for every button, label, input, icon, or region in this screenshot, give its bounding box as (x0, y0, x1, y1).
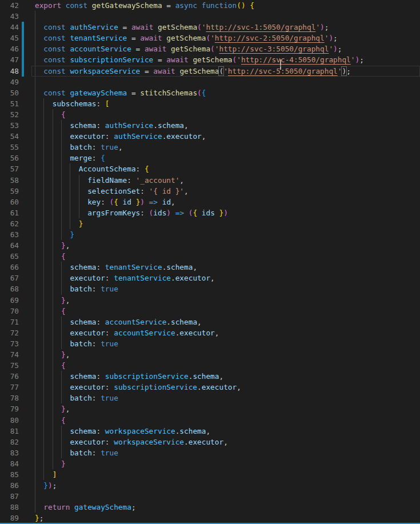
line-number[interactable]: 69 (0, 295, 19, 306)
code-line-43[interactable]: 43 (0, 11, 420, 22)
line-number[interactable]: 63 (0, 229, 19, 240)
code-token: ( (210, 45, 215, 53)
code-line-77[interactable]: 77 executor: subscriptionService.executo… (0, 382, 420, 393)
line-number[interactable]: 75 (0, 360, 19, 371)
line-number[interactable]: 58 (0, 175, 19, 186)
code-line-60[interactable]: 60 key: ({ id }) => id, (0, 197, 420, 207)
code-line-86[interactable]: 86 }); (0, 480, 420, 491)
code-line-52[interactable]: 52 { (0, 109, 420, 120)
line-number[interactable]: 65 (0, 251, 19, 262)
code-line-71[interactable]: 71 schema: accountService.schema, (0, 317, 420, 327)
code-line-57[interactable]: 57 AccountSchema: { (0, 163, 420, 174)
code-line-68[interactable]: 68 batch: true (0, 283, 420, 294)
line-number[interactable]: 64 (0, 240, 19, 251)
line-number[interactable]: 82 (0, 437, 19, 447)
line-number[interactable]: 83 (0, 447, 19, 458)
line-number[interactable]: 66 (0, 262, 19, 273)
line-number[interactable]: 54 (0, 131, 19, 142)
line-number[interactable]: 87 (0, 491, 19, 502)
line-number[interactable]: 68 (0, 283, 19, 294)
code-line-84[interactable]: 84 } (0, 458, 420, 469)
line-number[interactable]: 42 (0, 0, 19, 11)
line-number[interactable]: 76 (0, 371, 19, 382)
code-line-63[interactable]: 63 } (0, 229, 420, 240)
code-line-50[interactable]: 50 const gatewaySchema = stitchSchemas({ (0, 87, 420, 98)
line-number[interactable]: 43 (0, 11, 19, 22)
code-line-55[interactable]: 55 batch: true, (0, 142, 420, 153)
code-line-67[interactable]: 67 executor: tenantService.executor, (0, 273, 420, 283)
code-line-82[interactable]: 82 executor: workspaceService.executor, (0, 437, 420, 447)
code-line-53[interactable]: 53 schema: authService.schema, (0, 120, 420, 131)
line-number[interactable]: 60 (0, 197, 19, 207)
code-line-64[interactable]: 64 }, (0, 240, 420, 251)
line-number[interactable]: 45 (0, 33, 19, 43)
code-line-46[interactable]: 46 const accountService = await getSchem… (0, 43, 420, 54)
line-number[interactable]: 78 (0, 393, 19, 403)
line-number[interactable]: 61 (0, 207, 19, 218)
line-number[interactable]: 49 (0, 77, 19, 87)
line-number[interactable]: 52 (0, 109, 19, 120)
line-number[interactable]: 50 (0, 87, 19, 98)
line-number[interactable]: 71 (0, 317, 19, 327)
line-number[interactable]: 53 (0, 120, 19, 131)
code-line-47[interactable]: 47 const subscriptionService = await get… (0, 54, 420, 65)
code-editor[interactable]: 42export const getGatewaySchema = async … (0, 0, 420, 524)
code-line-66[interactable]: 66 schema: tenantService.schema, (0, 262, 420, 273)
code-line-62[interactable]: 62 } (0, 218, 420, 229)
code-token: : (92, 154, 101, 162)
line-number[interactable]: 55 (0, 142, 19, 153)
line-number[interactable]: 77 (0, 382, 19, 393)
code-line-87[interactable]: 87 (0, 491, 420, 502)
line-number[interactable]: 44 (0, 22, 19, 33)
code-line-83[interactable]: 83 batch: true (0, 447, 420, 458)
line-number[interactable]: 84 (0, 458, 19, 469)
code-line-76[interactable]: 76 schema: subscriptionService.schema, (0, 371, 420, 382)
line-number[interactable]: 86 (0, 480, 19, 491)
code-line-45[interactable]: 45 const tenantService = await getSchema… (0, 33, 420, 43)
code-line-85[interactable]: 85 ] (0, 469, 420, 480)
line-number[interactable]: 70 (0, 306, 19, 317)
code-line-72[interactable]: 72 executor: accountService.executor, (0, 327, 420, 338)
code-line-79[interactable]: 79 }, (0, 403, 420, 414)
code-line-81[interactable]: 81 schema: workspaceService.schema, (0, 426, 420, 437)
line-number[interactable]: 59 (0, 186, 19, 197)
line-number[interactable]: 48 (0, 66, 19, 77)
code-line-49[interactable]: 49 (0, 77, 420, 87)
line-number[interactable]: 79 (0, 403, 19, 414)
code-line-51[interactable]: 51 subschemas: [ (0, 98, 420, 109)
code-line-54[interactable]: 54 executor: authService.executor, (0, 131, 420, 142)
code-line-88[interactable]: 88 return gatewaySchema; (0, 502, 420, 513)
line-number[interactable]: 80 (0, 415, 19, 426)
code-line-58[interactable]: 58 fieldName: '_account', (0, 175, 420, 186)
code-line-42[interactable]: 42export const getGatewaySchema = async … (0, 0, 420, 11)
code-line-78[interactable]: 78 batch: true (0, 393, 420, 403)
code-line-56[interactable]: 56 merge: { (0, 153, 420, 163)
line-number[interactable]: 88 (0, 502, 19, 513)
line-number[interactable]: 57 (0, 163, 19, 174)
code-line-61[interactable]: 61 argsFromKeys: (ids) => ({ ids }) (0, 207, 420, 218)
code-line-74[interactable]: 74 }, (0, 349, 420, 360)
code-token: ; (346, 67, 351, 75)
line-number[interactable]: 72 (0, 327, 19, 338)
code-line-44[interactable]: 44 const authService = await getSchema('… (0, 22, 420, 33)
code-token: executor (189, 438, 223, 446)
code-line-48[interactable]: 48 const workspaceService = await getSch… (0, 66, 420, 77)
code-line-69[interactable]: 69 }, (0, 295, 420, 306)
code-line-75[interactable]: 75 { (0, 360, 420, 371)
code-line-59[interactable]: 59 selectionSet: '{ id }', (0, 186, 420, 197)
code-line-70[interactable]: 70 { (0, 306, 420, 317)
line-number[interactable]: 56 (0, 153, 19, 163)
line-number[interactable]: 74 (0, 349, 19, 360)
line-number[interactable]: 73 (0, 338, 19, 349)
line-number[interactable]: 85 (0, 469, 19, 480)
line-number[interactable]: 47 (0, 54, 19, 65)
code-line-73[interactable]: 73 batch: true (0, 338, 420, 349)
code-line-80[interactable]: 80 { (0, 415, 420, 426)
line-number[interactable]: 46 (0, 43, 19, 54)
code-line-65[interactable]: 65 { (0, 251, 420, 262)
line-number[interactable]: 51 (0, 98, 19, 109)
line-number[interactable]: 81 (0, 426, 19, 437)
line-number[interactable]: 62 (0, 218, 19, 229)
line-number[interactable]: 67 (0, 273, 19, 283)
code-token: http://svc-3:5050/graphql (219, 45, 329, 53)
